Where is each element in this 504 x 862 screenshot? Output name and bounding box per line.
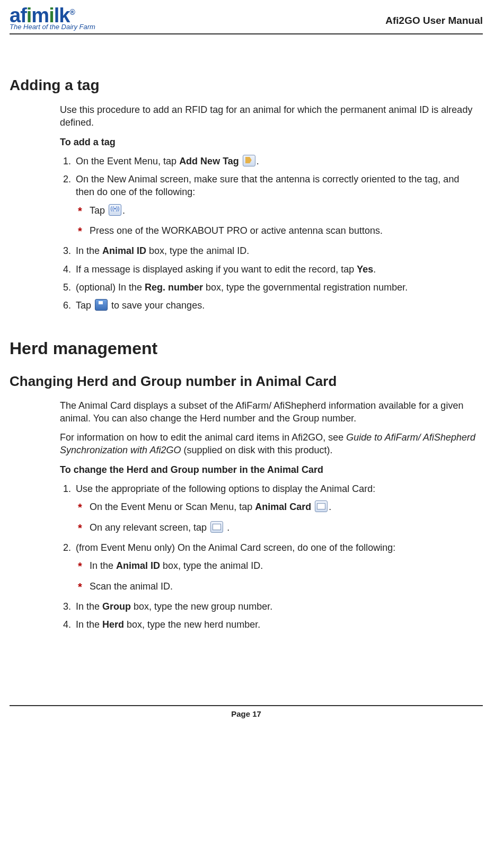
paragraph: The Animal Card displays a subset of the… — [60, 399, 478, 425]
step-1: On the Event Menu, tap Add New Tag . — [74, 155, 478, 168]
step-1: Use the appropriate of the following opt… — [74, 482, 478, 534]
step-5: (optional) In the Reg. number box, type … — [74, 281, 478, 294]
add-new-tag-icon — [243, 155, 255, 166]
step-3: In the Animal ID box, type the animal ID… — [74, 244, 478, 257]
substeps: On the Event Menu or Scan Menu, tap Anim… — [76, 500, 478, 534]
logo: afimilk® The Heart of the Dairy Farm — [10, 5, 95, 30]
step-3: In the Group box, type the new group num… — [74, 600, 478, 613]
step-2: (from Event Menu only) On the Animal Car… — [74, 541, 478, 593]
steps-list: On the Event Menu, tap Add New Tag . On … — [60, 155, 478, 312]
substep: Scan the animal ID. — [90, 580, 478, 593]
substeps: Tap . Press one of the WORKABOUT PRO or … — [76, 204, 478, 238]
procedure-lead: To add a tag — [60, 136, 478, 148]
section-body-changing-herd-group: The Animal Card displays a subset of the… — [60, 399, 478, 631]
section-heading-adding-tag: Adding a tag — [10, 77, 483, 94]
substep: On any relevant screen, tap . — [90, 521, 478, 534]
scan-icon — [109, 204, 121, 216]
substep: Tap . — [90, 204, 478, 217]
step-6: Tap to save your changes. — [74, 299, 478, 312]
intro-text: Use this procedure to add an RFID tag fo… — [60, 103, 478, 129]
substep: Press one of the WORKABOUT PRO or active… — [90, 224, 478, 237]
steps-list: Use the appropriate of the following opt… — [60, 482, 478, 631]
step-4: In the Herd box, type the new herd numbe… — [74, 618, 478, 631]
substep: On the Event Menu or Scan Menu, tap Anim… — [90, 500, 478, 513]
animal-card-icon — [210, 521, 223, 533]
page-footer: Page 17 — [10, 705, 483, 718]
document-title: Afi2GO User Manual — [385, 15, 483, 27]
logo-tagline: The Heart of the Dairy Farm — [10, 23, 95, 30]
section-body-adding-tag: Use this procedure to add an RFID tag fo… — [60, 103, 478, 312]
step-4: If a message is displayed asking if you … — [74, 263, 478, 276]
step-2: On the New Animal screen, make sure that… — [74, 173, 478, 237]
section-heading-herd-management: Herd management — [10, 339, 483, 358]
substep: In the Animal ID box, type the animal ID… — [90, 559, 478, 572]
page-header: afimilk® The Heart of the Dairy Farm Afi… — [10, 5, 483, 34]
save-icon — [95, 299, 108, 311]
substeps: In the Animal ID box, type the animal ID… — [76, 559, 478, 593]
procedure-lead: To change the Herd and Group number in t… — [60, 463, 478, 476]
animal-card-icon — [315, 500, 328, 512]
section-heading-changing-herd-group: Changing Herd and Group number in Animal… — [10, 373, 483, 390]
paragraph: For information on how to edit the anima… — [60, 431, 478, 457]
